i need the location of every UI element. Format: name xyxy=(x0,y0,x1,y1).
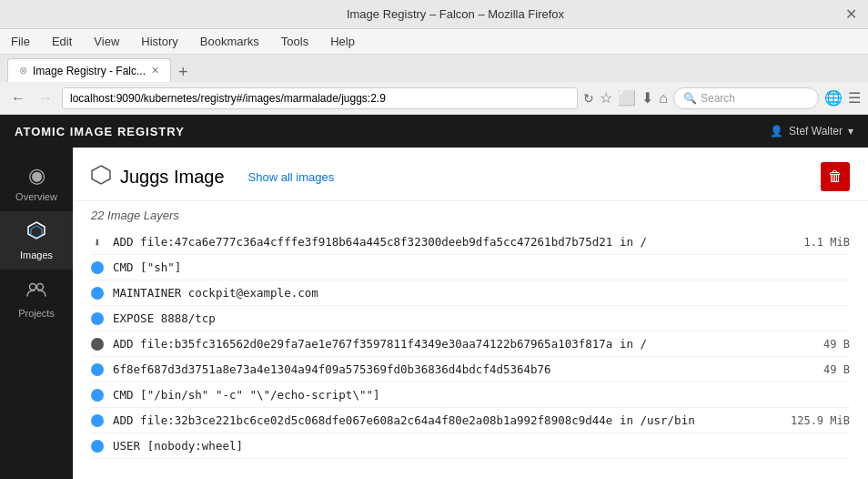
layers-header: 22 Image Layers xyxy=(73,201,868,229)
svg-marker-4 xyxy=(92,166,110,184)
projects-icon xyxy=(26,279,46,304)
sidebar-item-overview[interactable]: ◉ Overview xyxy=(0,155,73,211)
layer-dot-blue xyxy=(91,414,104,427)
extension-icon[interactable]: 🌐 xyxy=(824,89,843,107)
layer-dot-blue xyxy=(91,287,104,300)
trash-icon: 🗑 xyxy=(828,168,843,185)
tab-bar: ⊗ Image Registry - Falc... ✕ + xyxy=(0,55,868,82)
sidebar-label-overview: Overview xyxy=(15,191,57,202)
search-container: 🔍 Search xyxy=(673,87,819,109)
bookmark-star-icon[interactable]: ☆ xyxy=(600,89,612,107)
layer-dot-blue xyxy=(91,363,104,376)
layer-dot-blue xyxy=(91,389,104,402)
content-title-icon xyxy=(91,165,111,189)
menu-item-view[interactable]: View xyxy=(90,33,123,50)
layer-row: EXPOSE 8888/tcp xyxy=(91,306,850,331)
svg-point-2 xyxy=(30,284,36,290)
layer-row: ADD file:32b3ce221bc6ce02d5c068dfe067e60… xyxy=(91,408,850,433)
layer-text: EXPOSE 8888/tcp xyxy=(113,311,850,325)
layer-text: ADD file:32b3ce221bc6ce02d5c068dfe067e60… xyxy=(113,413,777,427)
layers-list: ⬇ADD file:47ca6e777c36a4cfffe3f918b64a44… xyxy=(73,229,868,479)
screenshot-icon[interactable]: ⬜ xyxy=(618,89,636,107)
sidebar-item-images[interactable]: Images xyxy=(0,211,73,270)
layer-dot-blue xyxy=(91,440,104,453)
address-bar: ← → ↻ ☆ ⬜ ⬇ ⌂ 🔍 Search 🌐 ☰ xyxy=(0,82,868,115)
user-menu[interactable]: 👤 Stef Walter ▾ xyxy=(770,125,853,138)
images-icon xyxy=(26,220,46,246)
reload-button[interactable]: ↻ xyxy=(583,91,594,106)
download-icon[interactable]: ⬇ xyxy=(641,89,653,107)
svg-point-3 xyxy=(37,284,44,290)
sidebar-label-projects: Projects xyxy=(18,308,55,319)
layer-text: ADD file:b35fc316562d0e29fa7ae1e767f3597… xyxy=(113,337,777,351)
layer-text: MAINTAINER cockpit@example.com xyxy=(113,286,850,300)
delete-button[interactable]: 🗑 xyxy=(821,162,850,191)
layer-row: 6f8ef687d3d3751a8e73a4e1304a94f09a575369… xyxy=(91,357,850,382)
layer-row: ADD file:b35fc316562d0e29fa7ae1e767f3597… xyxy=(91,331,850,357)
window-close-button[interactable]: ✕ xyxy=(845,5,857,23)
layer-row: MAINTAINER cockpit@example.com xyxy=(91,280,850,306)
new-tab-button[interactable]: + xyxy=(175,63,192,82)
url-input[interactable] xyxy=(62,87,578,109)
search-placeholder: Search xyxy=(701,92,735,105)
user-icon: 👤 xyxy=(770,125,783,138)
layer-row: ⬇ADD file:47ca6e777c36a4cfffe3f918b64a44… xyxy=(91,229,850,255)
menu-item-tools[interactable]: Tools xyxy=(278,33,312,50)
menu-bar: FileEditViewHistoryBookmarksToolsHelp xyxy=(0,29,868,55)
layer-text: ADD file:47ca6e777c36a4cfffe3f918b64a445… xyxy=(113,235,777,249)
layer-text: 6f8ef687d3d3751a8e73a4e1304a94f09a575369… xyxy=(113,362,777,376)
sidebar-label-images: Images xyxy=(20,250,53,260)
menu-item-edit[interactable]: Edit xyxy=(48,33,76,50)
layer-row: USER [nobody:wheel] xyxy=(91,433,850,459)
layer-size: 125.9 MiB xyxy=(786,414,850,427)
app-header: ATOMIC IMAGE REGISTRY 👤 Stef Walter ▾ xyxy=(0,115,868,148)
layer-dot-blue xyxy=(91,261,104,274)
sidebar: ◉ Overview Images Projects xyxy=(0,148,73,479)
overview-icon: ◉ xyxy=(28,164,45,188)
main-layout: ◉ Overview Images Projects xyxy=(0,148,868,479)
layer-size: 49 B xyxy=(786,338,850,351)
layer-row: CMD ["sh"] xyxy=(91,255,850,280)
svg-marker-1 xyxy=(31,226,42,238)
layer-download-icon: ⬇ xyxy=(91,236,104,249)
menu-item-history[interactable]: History xyxy=(137,33,181,50)
show-all-images-link[interactable]: Show all images xyxy=(248,170,335,184)
menu-item-help[interactable]: Help xyxy=(327,33,358,50)
image-title: Juggs Image xyxy=(120,167,225,188)
layer-text: CMD ["sh"] xyxy=(113,260,850,274)
menu-icon[interactable]: ☰ xyxy=(848,89,861,107)
layer-dot-dark xyxy=(91,338,104,351)
home-icon[interactable]: ⌂ xyxy=(659,90,668,107)
user-name: Stef Walter xyxy=(789,125,843,138)
layer-row: CMD ["/bin/sh" "-c" "\"/echo-script\""] xyxy=(91,382,850,408)
back-button[interactable]: ← xyxy=(7,88,29,108)
layer-size: 49 B xyxy=(786,363,850,376)
sidebar-item-projects[interactable]: Projects xyxy=(0,270,73,328)
tab-reload-icon: ⊗ xyxy=(19,65,27,76)
content-title: Juggs Image Show all images xyxy=(91,165,334,189)
search-icon: 🔍 xyxy=(683,92,697,105)
app-title: ATOMIC IMAGE REGISTRY xyxy=(15,125,185,138)
menu-item-bookmarks[interactable]: Bookmarks xyxy=(197,33,263,50)
forward-button: → xyxy=(35,88,56,108)
title-bar: Image Registry – Falcon – Mozilla Firefo… xyxy=(0,0,868,29)
content-area: Juggs Image Show all images 🗑 22 Image L… xyxy=(73,148,868,479)
layer-text: CMD ["/bin/sh" "-c" "\"/echo-script\""] xyxy=(113,388,850,402)
layer-text: USER [nobody:wheel] xyxy=(113,439,850,453)
browser-tab-active[interactable]: ⊗ Image Registry - Falc... ✕ xyxy=(7,58,171,82)
menu-item-file[interactable]: File xyxy=(7,33,34,50)
content-header: Juggs Image Show all images 🗑 xyxy=(73,148,868,201)
tab-label: Image Registry - Falc... xyxy=(33,65,146,77)
user-chevron-icon: ▾ xyxy=(848,125,853,138)
layer-dot-blue xyxy=(91,312,104,325)
tab-close-button[interactable]: ✕ xyxy=(151,65,159,76)
layer-size: 1.1 MiB xyxy=(786,236,850,249)
window-title: Image Registry – Falcon – Mozilla Firefo… xyxy=(66,7,845,21)
